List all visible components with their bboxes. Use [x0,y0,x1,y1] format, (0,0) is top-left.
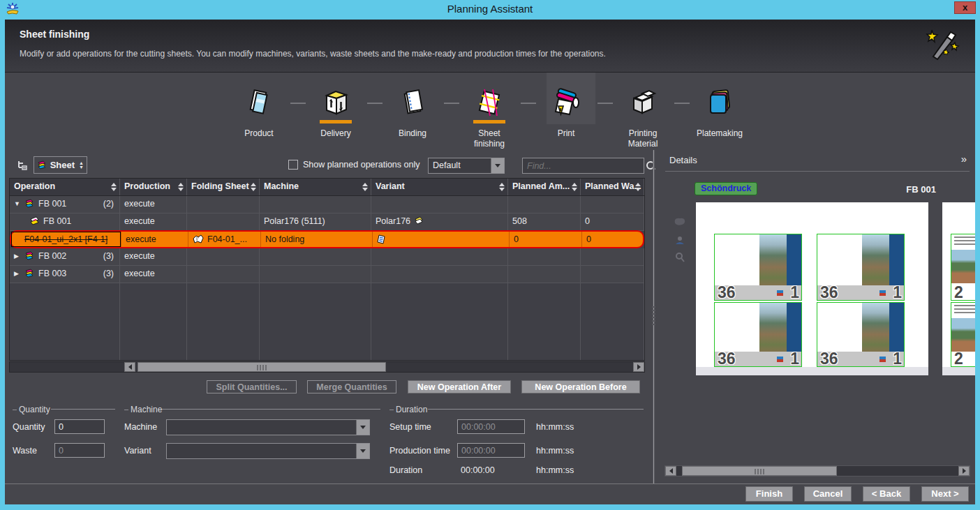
step-delivery[interactable]: Delivery [306,88,365,139]
waste-input[interactable] [54,443,105,458]
empty-cell [10,283,120,361]
step-printing-material[interactable]: Printing Material [614,88,672,149]
step-platemaking[interactable]: Platemaking [690,88,749,139]
machine-cell [260,266,371,283]
table-row-selected[interactable]: F04-01_ui_2x1 [F4-1] execute F04-01_... … [10,230,644,248]
expand-open-icon[interactable]: ▼ [14,200,21,207]
sort-icon[interactable] [111,183,117,191]
sort-icon[interactable] [362,183,368,191]
wizard-wand-icon [923,26,960,65]
person-icon[interactable] [674,235,685,246]
operation-count: (3) [103,269,114,278]
column-header-variant[interactable]: Variant [371,179,508,195]
step-product[interactable]: Product [230,88,288,139]
show-planned-only-label: Show planned operations only [303,160,420,170]
setup-time-input[interactable] [457,419,525,434]
column-header-planned-amount[interactable]: Planned Am... [508,179,581,195]
cancel-button[interactable]: Cancel [804,486,852,502]
variant-dropdown[interactable] [166,443,370,459]
scrollbar-track[interactable] [676,466,958,476]
variant-label: Polar176 [376,216,410,226]
new-operation-after-button[interactable]: New Operation After [408,380,511,393]
step-print[interactable]: Print [537,88,595,139]
printing-material-icon [628,88,658,117]
table-row[interactable]: ▶ FB 002 (3) execute [10,248,644,266]
folding-sheet-cell [187,266,260,283]
step-connector [521,103,536,104]
planned-amount-cell [508,266,581,283]
page-photo [951,318,975,352]
column-header-operation[interactable]: Operation [10,179,120,195]
page-number: 1 [893,352,902,366]
merge-quantities-button[interactable]: Merge Quantities [307,380,396,393]
close-button[interactable]: x [954,1,976,14]
back-button[interactable]: < Back [863,486,910,502]
scroll-right-button[interactable] [958,466,970,476]
collapse-panel-icon[interactable]: » [961,153,967,165]
sort-icon[interactable] [178,183,184,191]
scroll-right-button[interactable] [633,362,644,372]
titlebar[interactable]: Planning Assistant x [0,0,980,20]
operation-label: FB 002 [38,251,66,261]
column-header-folding-sheet[interactable]: Folding Sheet [187,179,260,195]
collapse-tree-icon[interactable] [17,160,29,170]
expand-closed-icon[interactable]: ▶ [14,253,21,260]
table-horizontal-scrollbar[interactable] [9,361,645,373]
sort-icon[interactable] [499,183,505,191]
press-sheet-preview-2[interactable]: 2 2 [942,202,975,375]
scrollbar-thumb[interactable] [682,466,837,476]
scrollbar-thumb[interactable] [138,362,386,372]
chevron-down-icon [360,449,366,453]
production-cell: execute [121,232,188,247]
table-row[interactable]: ▶ FB 003 (3) execute [10,266,644,283]
planned-waste-cell [581,266,644,283]
details-horizontal-scrollbar[interactable] [665,465,970,477]
step-binding[interactable]: Binding [383,88,442,139]
page-number-band: 36 1 [715,352,801,366]
waste-label: Waste [13,446,37,456]
production-time-input[interactable] [457,443,525,458]
filter-dropdown-button[interactable] [491,158,504,173]
machine-dropdown[interactable] [166,419,370,435]
duration-label: Duration [389,465,422,475]
preview-page-cell: 36 1 [817,302,905,367]
filter-dropdown[interactable]: Default [428,158,505,174]
page-number: 1 [790,285,799,300]
scroll-left-button[interactable] [124,362,135,372]
view-mode-selector[interactable]: Sheet ▲▼ [34,156,87,174]
sort-icon[interactable] [251,183,256,191]
find-box[interactable] [522,158,644,174]
color-mark-icon [777,357,783,362]
split-quantities-button[interactable]: Split Quantities... [207,380,297,393]
machine-dropdown-button[interactable] [356,420,369,435]
column-header-machine[interactable]: Machine [260,179,371,195]
sort-icon[interactable] [572,183,577,191]
view-mode-spinner[interactable]: ▲▼ [79,161,84,170]
step-sheet-finishing[interactable]: Sheet finishing [460,88,519,149]
thumb-grip [257,365,267,370]
expand-closed-icon[interactable]: ▶ [14,270,21,277]
table-row[interactable]: ▼ FB 001 (2) execute [10,196,644,213]
comment-flag-icon[interactable] [674,217,686,227]
pane-splitter[interactable] [648,150,660,483]
quantity-input[interactable] [54,419,105,434]
table-row[interactable]: FB 001 execute Polar176 (5111) Polar176 … [10,213,644,231]
press-sheet-preview[interactable]: 36 1 36 1 [696,202,928,375]
new-operation-before-button[interactable]: New Operation Before [521,380,640,393]
scrollbar-track[interactable] [135,362,633,372]
magnifier-icon[interactable] [674,252,685,264]
details-pane: Details » Schöndruck FB 001 36 [660,150,975,483]
page-number-band: 36 1 [715,285,801,300]
sort-icon[interactable] [635,183,641,191]
group-rule [162,409,380,410]
find-input[interactable] [523,161,645,171]
variant-dropdown-button[interactable] [356,444,369,458]
scroll-left-button[interactable] [665,466,676,476]
next-button[interactable]: Next > [921,486,969,502]
finish-button[interactable]: Finish [745,486,793,502]
column-label: Planned Wa... [585,181,641,191]
column-header-production[interactable]: Production [120,179,187,195]
show-planned-only-checkbox[interactable] [288,160,298,170]
splitter-grip [652,306,655,327]
column-header-planned-waste[interactable]: Planned Wa... [581,179,644,195]
